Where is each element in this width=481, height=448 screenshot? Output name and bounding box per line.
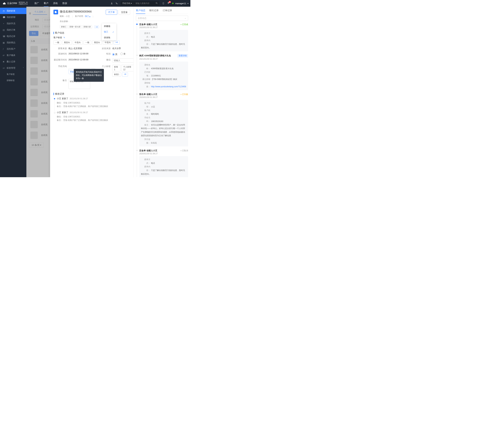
customer-tag: 一般 — [83, 40, 91, 45]
feed-item: 定金单 创建人小王已取消 2020/01/30 01:38:27 跟单方式：电话… — [139, 149, 188, 177]
sidebar-icon: ⤴ — [3, 48, 5, 50]
user-icon[interactable] — [111, 2, 113, 5]
user-menu[interactable]: manager11▾ — [172, 2, 188, 5]
sidebar-item[interactable]: ▤我的订单 — [0, 27, 26, 33]
customer-tag: 高意向 — [62, 40, 72, 45]
group-chip[interactable]: 群聊六群 — [82, 25, 92, 28]
gender-female[interactable]: 女 — [120, 52, 126, 55]
sidebar-item[interactable]: 🏷标签管理˄ — [0, 65, 26, 71]
logo: 云朵CRM 教育机构一站式服务云平台 — [2, 1, 28, 5]
feed-item: 购买 4399理财课进阶课程大礼包查看详情 2021/01/30 01:38:2… — [139, 54, 188, 93]
group-chip[interactable]: 群聊一群大群 — [68, 25, 82, 28]
manager-dropdown: 师馨薇张三✓俱保咏 — [102, 23, 116, 40]
sidebar-icon: 🏷 — [3, 67, 5, 69]
sidebar-item[interactable]: ◔我的好友 — [0, 8, 26, 14]
duplicate-phone-tooltip: 查询到此手机号码在系统中已存在，可以将两条客户数据合并为一条 — [74, 69, 104, 82]
activity-tab[interactable]: 聊天记录 — [149, 9, 159, 13]
sidebar-item[interactable]: 客户标签 — [0, 71, 26, 77]
tags-more[interactable]: +4 — [113, 40, 120, 45]
customer-tag: 一般 — [53, 40, 61, 45]
manager-select[interactable]: 张三 ▴ — [85, 15, 90, 18]
topbar: 云朵CRM 教育机构一站式服务云平台 推广客户质检数据 手机号码▾ 5 mana… — [0, 0, 190, 7]
sidebar-icon: ✖ — [3, 61, 5, 63]
svg-point-1 — [156, 2, 157, 3]
wechat-input[interactable] — [112, 58, 134, 62]
dropdown-option[interactable]: 张三✓ — [102, 29, 116, 35]
groups-more[interactable]: +4 — [94, 26, 99, 28]
personal-tags-more[interactable]: +4 — [122, 72, 128, 77]
sidebar-icon: ▤ — [3, 29, 5, 31]
feed-item: 报名单 创建人小王已失败 2020/01/30 01:38:27 客户经理：小王… — [139, 93, 188, 149]
sidebar-item[interactable]: ▦我的商品 — [0, 39, 26, 46]
sidebar-icon: 💬 — [3, 16, 5, 18]
tags-label: 客户标签 — [53, 36, 62, 39]
sidebar-icon: ▦ — [3, 41, 5, 44]
dropdown-option[interactable]: 俱保咏 — [102, 35, 116, 40]
search-bar: 手机号码▾ — [120, 1, 159, 6]
topnav-item[interactable]: 数据 — [62, 2, 67, 5]
dropdown-option[interactable]: 师馨薇 — [102, 23, 116, 29]
order-button[interactable]: 代下单 — [106, 10, 117, 15]
svg-point-0 — [111, 2, 112, 3]
topnav-item[interactable]: 质检 — [53, 2, 58, 5]
section-change-log: 修改记录 — [53, 93, 130, 95]
activity-tab[interactable]: 客户动态 — [136, 9, 145, 14]
smartphone-icon[interactable] — [162, 2, 165, 5]
gender-male[interactable]: 男 — [112, 53, 117, 56]
topnav-item[interactable]: 客户 — [44, 2, 48, 7]
customer-tag: 高意向 — [92, 40, 102, 45]
activity-filter[interactable]: 全部动态⌄ — [136, 15, 188, 21]
customer-tag: 中意向 — [73, 40, 83, 45]
personal-tag: 标签1 — [112, 72, 121, 77]
sidebar-item[interactable]: ☎电话记录 — [0, 33, 26, 39]
deposit-button[interactable]: 交定金 — [119, 10, 130, 15]
sidebar-icon: ◔ — [3, 10, 5, 12]
personal-tag: 个人标签12 — [121, 65, 134, 71]
customer-tag: 中意向 — [103, 40, 113, 45]
feed-item: 定金单 创建人小王已完成 2020/01/30 01:38:27 跟单方式：电话… — [139, 23, 188, 54]
personal-tag: 标签1 — [112, 65, 120, 71]
sidebar-item[interactable]: ⤴流失客户 — [0, 46, 26, 52]
log-entry: 小王 更新了2021/01/30 01:38:27微信： 空值-13672182… — [53, 97, 130, 108]
sidebar-item[interactable]: 群聊标签 — [0, 77, 26, 84]
view-detail-button[interactable]: 查看详情 — [177, 54, 188, 57]
activity-tab[interactable]: 订单记录 — [163, 9, 172, 13]
search-icon[interactable] — [154, 2, 159, 5]
group-chip[interactable]: 群聊三 — [60, 25, 68, 28]
sidebar-item[interactable]: ⚬我的学员 — [0, 20, 26, 27]
phone-icon[interactable] — [116, 2, 118, 5]
customer-title: 微信名称6789990000966 — [60, 10, 104, 14]
log-entry: 小王 更新了2021/01/30 01:38:27微信： 空值-13672182… — [53, 111, 130, 122]
customer-avatar-icon — [53, 10, 58, 14]
sidebar-item[interactable]: 💬我的群聊 — [0, 14, 26, 20]
sidebar: ◔我的好友💬我的群聊⚬我的学员▤我的订单☎电话记录▦我的商品⤴流失客户⇄客户继承… — [0, 7, 26, 177]
topnav-item[interactable]: 推广 — [34, 2, 39, 5]
bell-icon[interactable]: 5 — [167, 2, 170, 5]
sidebar-icon: ⇄ — [3, 54, 5, 56]
sidebar-icon: ⚬ — [3, 22, 5, 25]
sidebar-item[interactable]: ⇄客户继承 — [0, 52, 26, 59]
section-customer-info: 客户信息 — [53, 31, 130, 34]
search-input[interactable] — [134, 2, 154, 5]
top-nav: 推广客户质检数据 — [34, 2, 67, 5]
customer-drawer: 微信名称6789990000966 昵称：小王 | 客户经理：张三 ▴ | 所在… — [50, 7, 190, 177]
sidebar-icon: ☎ — [3, 35, 5, 38]
search-type-select[interactable]: 手机号码▾ — [120, 2, 134, 5]
sidebar-item[interactable]: ✖删人记录 — [0, 59, 26, 65]
edit-tags-icon[interactable]: ✎ — [63, 36, 65, 39]
